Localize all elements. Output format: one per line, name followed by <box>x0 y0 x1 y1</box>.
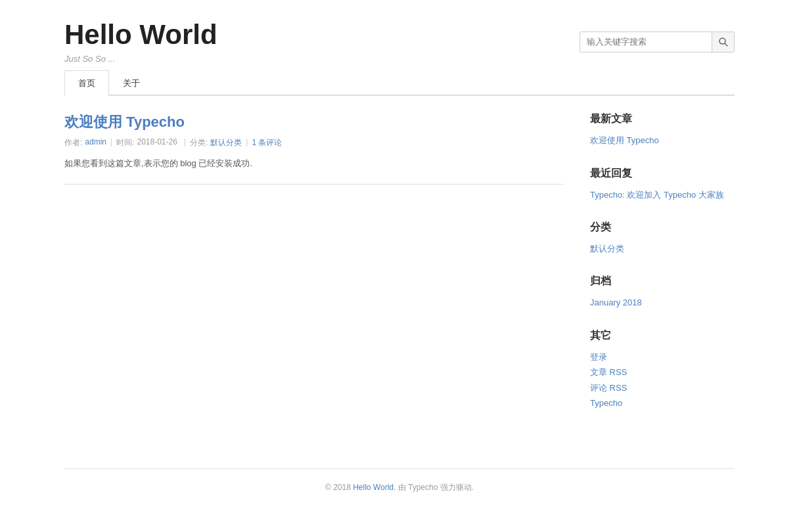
post-excerpt: 如果您看到这篇文章,表示您的 blog 已经安装成功. <box>64 156 564 171</box>
recent-comments-heading: 最近回复 <box>590 167 735 181</box>
category-label: 分类: <box>190 137 208 148</box>
sidebar: 最新文章 欢迎使用 Typecho 最近回复 Typecho: 欢迎加入 Typ… <box>590 112 735 429</box>
site-subtitle: Just So So ... <box>64 54 217 64</box>
post-divider <box>64 184 564 185</box>
other-item-3: Typecho <box>590 395 735 410</box>
category-link-0[interactable]: 默认分类 <box>590 241 735 256</box>
search-icon <box>719 37 728 47</box>
other-link-2[interactable]: 评论 RSS <box>590 380 735 395</box>
footer: © 2018 Hello World. 由 Typecho 强力驱动. <box>64 468 735 506</box>
site-branding: Hello World Just So So ... <box>64 20 217 64</box>
other-item-0: 登录 <box>590 349 735 365</box>
archives-heading: 归档 <box>590 275 735 288</box>
archive-link-0[interactable]: January 2018 <box>590 295 735 310</box>
sidebar-recent-posts: 最新文章 欢迎使用 Typecho <box>590 112 735 148</box>
other-link-3[interactable]: Typecho <box>590 395 735 410</box>
post-time: 2018-01-26 <box>137 137 177 148</box>
archive-item-0: January 2018 <box>590 295 735 310</box>
author-link[interactable]: admin <box>85 137 106 148</box>
other-item-1: 文章 RSS <box>590 365 735 380</box>
other-item-2: 评论 RSS <box>590 380 735 395</box>
footer-copy: © 2018 <box>325 483 351 492</box>
meta-sep-2: | <box>184 137 186 148</box>
recent-post-item-0: 欢迎使用 Typecho <box>590 133 735 148</box>
categories-heading: 分类 <box>590 221 735 234</box>
post: 欢迎使用 Typecho 作者: admin | 时间: 2018-01-26 … <box>64 112 564 185</box>
category-link[interactable]: 默认分类 <box>210 137 242 148</box>
recent-comment-item-0: Typecho: 欢迎加入 Typecho 大家族 <box>590 187 735 202</box>
recent-comment-link-0[interactable]: Typecho: 欢迎加入 Typecho 大家族 <box>590 187 735 202</box>
post-title-link[interactable]: 欢迎使用 Typecho <box>64 114 185 130</box>
footer-site-link[interactable]: Hello World. <box>353 483 396 492</box>
post-meta: 作者: admin | 时间: 2018-01-26 | 分类: 默认分类 | … <box>64 137 564 148</box>
sidebar-categories: 分类 默认分类 <box>590 221 735 256</box>
post-title: 欢迎使用 Typecho <box>64 112 564 132</box>
content: 欢迎使用 Typecho 作者: admin | 时间: 2018-01-26 … <box>64 112 564 429</box>
author-label: 作者: <box>64 137 82 148</box>
search-box <box>580 32 735 53</box>
header: Hello World Just So So ... <box>64 0 735 70</box>
others-heading: 其它 <box>590 329 735 343</box>
nav-item-about[interactable]: 关于 <box>109 70 154 95</box>
meta-sep-3: | <box>246 137 248 148</box>
nav-item-home[interactable]: 首页 <box>64 70 109 95</box>
other-link-0[interactable]: 登录 <box>590 349 735 365</box>
main-layout: 欢迎使用 Typecho 作者: admin | 时间: 2018-01-26 … <box>64 112 735 429</box>
nav-link-home[interactable]: 首页 <box>64 70 109 96</box>
meta-sep-1: | <box>110 137 112 148</box>
site-title: Hello World <box>64 20 217 50</box>
sidebar-archives: 归档 January 2018 <box>590 275 735 310</box>
nav-link-about[interactable]: 关于 <box>109 70 154 96</box>
sidebar-recent-comments: 最近回复 Typecho: 欢迎加入 Typecho 大家族 <box>590 167 735 202</box>
time-label: 时间: <box>116 137 134 148</box>
comments-link[interactable]: 1 条评论 <box>252 137 282 148</box>
search-button[interactable] <box>712 32 734 52</box>
category-item-0: 默认分类 <box>590 241 735 256</box>
search-input[interactable] <box>580 32 712 52</box>
recent-post-link-0[interactable]: 欢迎使用 Typecho <box>590 133 735 148</box>
footer-powered: 由 Typecho 强力驱动. <box>398 483 474 492</box>
recent-posts-heading: 最新文章 <box>590 112 735 126</box>
other-link-1[interactable]: 文章 RSS <box>590 365 735 380</box>
nav: 首页 关于 <box>64 70 735 96</box>
svg-line-1 <box>725 43 727 46</box>
sidebar-others: 其它 登录 文章 RSS 评论 RSS Typecho <box>590 329 735 411</box>
